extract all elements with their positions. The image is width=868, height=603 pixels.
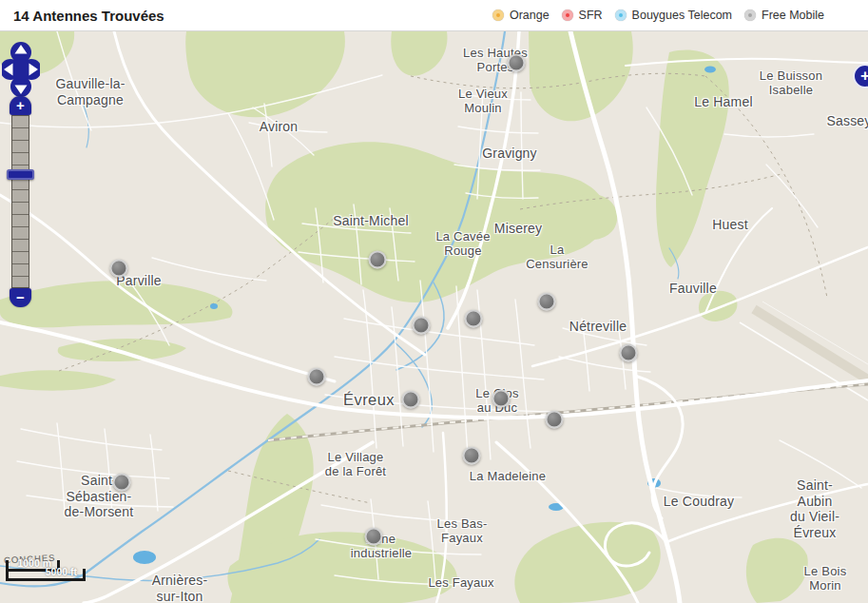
zoom-slider-handle[interactable] xyxy=(7,169,34,180)
map-scale: 1000 m 5000 ft xyxy=(6,560,86,581)
legend-label: Orange xyxy=(510,9,550,22)
antenna-marker-7[interactable] xyxy=(620,344,638,362)
antenna-marker-3[interactable] xyxy=(369,251,387,269)
legend-item-free: Free Mobile xyxy=(744,9,824,22)
map-canvas[interactable]: Gauville-la- CampagneAvironLes Hautes Po… xyxy=(0,31,868,603)
zoom-slider-track[interactable] xyxy=(11,115,29,288)
legend-label: Free Mobile xyxy=(762,9,824,22)
carrier-legend: Orange SFR Bouygues Telecom Free Mobile xyxy=(492,9,868,22)
zoom-in-button[interactable]: + xyxy=(10,96,31,115)
legend-item-sfr: SFR xyxy=(562,9,603,22)
antenna-finder-app: 14 Antennes Trouvées Orange SFR Bouygues… xyxy=(0,0,868,603)
scale-imperial-bar: 5000 ft xyxy=(6,569,86,581)
zoom-slider: + − xyxy=(8,96,34,309)
orange-dot-icon xyxy=(492,10,504,21)
antenna-marker-6[interactable] xyxy=(465,310,483,328)
page-title: 14 Antennes Trouvées xyxy=(13,8,164,24)
antenna-marker-10[interactable] xyxy=(492,390,511,408)
antenna-marker-11[interactable] xyxy=(546,411,564,429)
antenna-marker-2[interactable] xyxy=(110,260,128,278)
scale-imperial-label: 5000 ft xyxy=(46,566,77,577)
legend-label: SFR xyxy=(579,9,603,22)
map-artwork xyxy=(0,31,868,603)
antenna-marker-9[interactable] xyxy=(402,391,420,409)
legend-label: Bouygues Telecom xyxy=(632,9,732,22)
antenna-marker-8[interactable] xyxy=(308,368,326,386)
antenna-marker-14[interactable] xyxy=(365,528,383,546)
antenna-marker-12[interactable] xyxy=(463,447,481,465)
antenna-marker-1[interactable] xyxy=(508,54,526,72)
pan-compass[interactable] xyxy=(2,41,40,98)
sfr-dot-icon xyxy=(562,10,573,21)
zoom-out-button[interactable]: − xyxy=(10,288,31,307)
header: 14 Antennes Trouvées Orange SFR Bouygues… xyxy=(0,0,868,31)
free-dot-icon xyxy=(744,10,756,21)
antenna-marker-5[interactable] xyxy=(413,317,431,335)
bouygues-dot-icon xyxy=(615,10,627,21)
antenna-marker-4[interactable] xyxy=(538,293,556,311)
legend-item-bouygues: Bouygues Telecom xyxy=(615,9,732,22)
antenna-marker-13[interactable] xyxy=(113,474,131,492)
legend-item-orange: Orange xyxy=(492,9,550,22)
